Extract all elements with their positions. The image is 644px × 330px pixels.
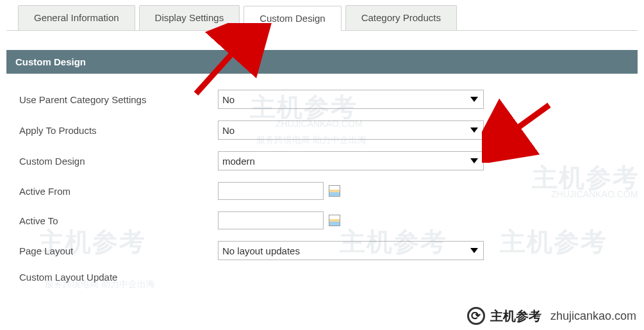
- row-apply-products: Apply To Products No: [19, 115, 625, 145]
- tab-category-products[interactable]: Category Products: [345, 5, 457, 30]
- calendar-icon[interactable]: [329, 185, 340, 197]
- tab-general-information[interactable]: General Information: [18, 5, 135, 30]
- row-custom-layout-update: Custom Layout Update: [19, 266, 625, 288]
- select-custom-design[interactable]: modern: [218, 151, 484, 170]
- row-use-parent: Use Parent Category Settings No: [19, 84, 625, 115]
- row-active-to: Active To: [19, 206, 625, 235]
- label-custom-layout-update: Custom Layout Update: [19, 272, 218, 283]
- footer-brand: 主机参考: [490, 308, 541, 325]
- tab-custom-design[interactable]: Custom Design: [244, 6, 342, 31]
- form-custom-design: Use Parent Category Settings No Apply To…: [6, 74, 638, 288]
- label-page-layout: Page Layout: [19, 245, 218, 256]
- row-active-from: Active From: [19, 176, 625, 206]
- tab-bar: General Information Display Settings Cus…: [6, 0, 638, 31]
- label-active-from: Active From: [19, 186, 218, 197]
- calendar-icon[interactable]: [329, 215, 340, 226]
- footer-domain: zhujicankao.com: [550, 309, 636, 323]
- row-page-layout: Page Layout No layout updates: [19, 235, 625, 266]
- label-apply-products: Apply To Products: [19, 125, 218, 136]
- label-active-to: Active To: [19, 215, 218, 226]
- tab-display-settings[interactable]: Display Settings: [139, 5, 240, 30]
- row-custom-design: Custom Design modern: [19, 145, 625, 176]
- label-use-parent: Use Parent Category Settings: [19, 94, 218, 105]
- select-apply-products[interactable]: No: [218, 120, 484, 140]
- select-use-parent[interactable]: No: [218, 90, 484, 109]
- input-active-to[interactable]: [218, 211, 324, 229]
- section-title: Custom Design: [6, 50, 638, 74]
- input-active-from[interactable]: [218, 182, 324, 200]
- logo-icon: ⟳: [467, 307, 485, 325]
- select-page-layout[interactable]: No layout updates: [218, 241, 484, 260]
- label-custom-design: Custom Design: [19, 156, 218, 167]
- footer-watermark: ⟳ 主机参考 zhujicankao.com: [467, 307, 636, 325]
